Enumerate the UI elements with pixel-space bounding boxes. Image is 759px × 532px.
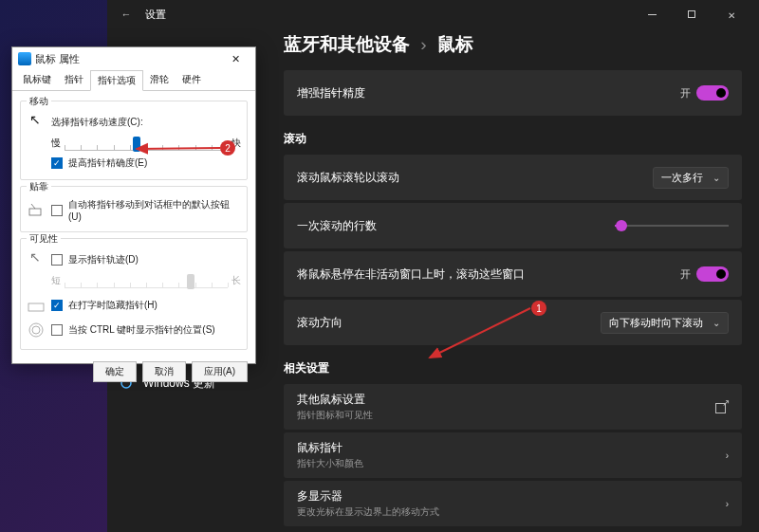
annotation-badge-1: 1 [531,301,546,316]
scroll-wheel-dropdown[interactable]: 一次多行 ⌄ [653,167,729,189]
row-label: 将鼠标悬停在非活动窗口上时，滚动这些窗口 [297,266,680,283]
chevron-down-icon: ⌄ [713,318,720,328]
ctrl-label: 当按 CTRL 键时显示指针的位置(S) [68,323,215,337]
link-other-mouse-settings[interactable]: 其他鼠标设置 指针图标和可见性 [284,384,742,430]
trails-label: 显示指针轨迹(D) [68,253,139,266]
snap-label: 自动将指针移动到对话框中的默认按钮(U) [68,198,241,222]
toggle-state: 开 [680,267,691,282]
trails-checkbox[interactable] [51,254,63,266]
trails-slider [65,273,228,288]
speed-slider[interactable] [65,136,228,151]
mouse-properties-dialog: 鼠标 属性 ✕ 鼠标键 指针 指针选项 滑轮 硬件 移动 选择指针移动速度(C)… [11,46,256,364]
tab-pointers[interactable]: 指针 [58,70,90,90]
hide-typing-checkbox[interactable]: ✓ [51,300,63,311]
row-label: 一次滚动的行数 [297,218,615,234]
row-scroll-inactive: 将鼠标悬停在非活动窗口上时，滚动这些窗口 开 [284,251,742,297]
group-title: 移动 [27,95,51,108]
long-label: 长 [231,274,241,287]
group-visibility: 可见性 显示指针轨迹(D) 短 长 ✓ 在打字时隐藏指针(H) 当按 CTRL … [20,238,248,350]
lines-slider[interactable] [615,225,729,227]
group-snap: 贴靠 自动将指针移动到对话框中的默认按钮(U) [20,186,248,232]
section-scroll: 滚动 [284,131,742,147]
link-title: 鼠标指针 [297,440,726,456]
minimize-button[interactable] [632,0,672,28]
cancel-button[interactable]: 取消 [142,361,186,382]
chevron-right-icon: › [726,450,729,461]
chevron-right-icon: › [420,34,426,54]
svg-rect-2 [28,303,44,311]
row-scroll-wheel: 滚动鼠标滚轮以滚动 一次多行 ⌄ [284,155,742,200]
enhance-label: 提高指针精确度(E) [68,156,147,170]
dialog-title: 鼠标 属性 [35,52,80,66]
mouse-icon [18,52,31,65]
breadcrumb: 蓝牙和其他设备 › 鼠标 [284,32,742,57]
snap-checkbox[interactable] [51,205,63,216]
row-lines-per-scroll: 一次滚动的行数 [284,203,742,248]
trails-icon [27,250,46,269]
svg-point-3 [29,323,43,337]
group-motion: 移动 选择指针移动速度(C): 慢 快 ✓ 提高指针精确度(E) [20,101,248,180]
maximize-button[interactable] [672,0,712,28]
section-related: 相关设置 [284,360,742,376]
chevron-down-icon: ⌄ [713,173,720,183]
dropdown-value: 一次多行 [661,171,703,185]
row-label: 滚动方向 [297,315,601,331]
precision-toggle[interactable] [696,85,729,101]
group-title: 贴靠 [27,180,51,193]
close-button[interactable] [712,0,751,28]
tab-wheel[interactable]: 滑轮 [143,70,176,90]
dialog-close-button[interactable]: ✕ [221,49,250,68]
annotation-badge-2: 2 [220,140,235,156]
row-label: 增强指针精度 [297,85,680,101]
slow-label: 慢 [51,137,61,150]
enhance-precision-checkbox[interactable]: ✓ [51,157,63,169]
link-title: 多显示器 [297,488,726,504]
tab-buttons[interactable]: 鼠标键 [16,70,58,90]
breadcrumb-current: 鼠标 [437,34,473,54]
short-label: 短 [51,274,61,287]
link-multi-display[interactable]: 多显示器 更改光标在显示边界上的移动方式 › [284,481,742,526]
dropdown-value: 向下移动时向下滚动 [609,316,703,330]
breadcrumb-parent[interactable]: 蓝牙和其他设备 [284,34,410,54]
row-scroll-direction: 滚动方向 向下移动时向下滚动 ⌄ [284,300,742,345]
app-title: 设置 [145,8,166,22]
link-mouse-pointer[interactable]: 鼠标指针 指针大小和颜色 › [284,432,742,478]
link-subtitle: 指针大小和颜色 [297,457,726,470]
row-pointer-precision: 增强指针精度 开 [284,70,742,116]
snap-icon [27,201,46,220]
content: 蓝牙和其他设备 › 鼠标 增强指针精度 开 滚动 滚动鼠标滚轮以滚动 一次多行 … [284,28,742,532]
group-title: 可见性 [27,232,61,246]
toggle-state: 开 [680,86,691,101]
link-subtitle: 指针图标和可见性 [297,409,715,422]
external-link-icon [715,400,729,413]
hide-label: 在打字时隐藏指针(H) [68,299,157,312]
ok-button[interactable]: 确定 [93,361,137,382]
inactive-toggle[interactable] [696,266,729,282]
speed-label: 选择指针移动速度(C): [51,116,143,129]
ctrl-locate-icon [27,321,46,339]
link-title: 其他鼠标设置 [297,392,715,408]
svg-point-4 [32,326,40,334]
hide-typing-icon [27,296,46,315]
direction-dropdown[interactable]: 向下移动时向下滚动 ⌄ [601,312,729,334]
tab-hardware[interactable]: 硬件 [176,70,208,90]
apply-button[interactable]: 应用(A) [192,361,248,382]
ctrl-locate-checkbox[interactable] [51,324,63,336]
tab-pointer-options[interactable]: 指针选项 [90,70,143,91]
link-subtitle: 更改光标在显示边界上的移动方式 [297,505,726,519]
svg-rect-1 [29,209,41,215]
cursor-icon [27,113,46,132]
tab-bar: 鼠标键 指针 指针选项 滑轮 硬件 [12,70,255,91]
titlebar: ← 设置 [107,0,759,28]
back-button[interactable]: ← [115,3,138,26]
dialog-titlebar: 鼠标 属性 ✕ [12,47,255,70]
row-label: 滚动鼠标滚轮以滚动 [297,170,653,186]
chevron-right-icon: › [726,499,729,509]
